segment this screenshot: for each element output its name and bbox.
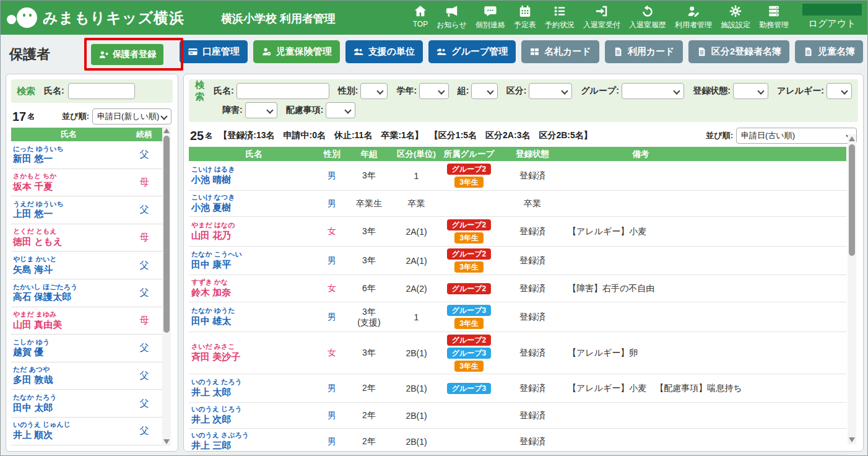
child-name: 小池 夏樹 <box>191 202 319 214</box>
guardian-name: 高石 保護太郎 <box>13 291 126 303</box>
nav-facility-settings[interactable]: 施設設定 <box>716 2 755 32</box>
child-kana: たなか ゆうた <box>191 307 319 315</box>
child-row[interactable]: すずき かな鈴木 加奈女6年2A(2)グループ2登録済【障害】右手の不自由 <box>189 275 846 302</box>
nav-reservation-status[interactable]: 予約状況 <box>540 2 579 32</box>
scroll-thumb[interactable] <box>849 144 855 256</box>
guardian-list-scrollbar[interactable] <box>162 126 171 446</box>
nav-top[interactable]: TOP <box>409 2 432 30</box>
grade-filter-select[interactable] <box>419 83 449 99</box>
guardian-relation: 父 <box>126 425 162 437</box>
nav-work-management[interactable]: 勤務管理 <box>755 2 793 32</box>
status-cell: 登録済 <box>498 348 566 359</box>
child-row[interactable]: いのうえ さぶろう井上 三郎男2年2B(1)登録済 <box>189 429 846 455</box>
usage-card-button[interactable]: 利用カード <box>605 40 683 63</box>
guardian-row[interactable]: さかもと ちか坂本 千夏母 <box>11 169 162 197</box>
child-row[interactable]: いのうえ じろう井上 次郎男2年2B(1)登録済 <box>189 403 846 429</box>
category2-roster-button[interactable]: 区分2登録者名簿 <box>688 40 789 63</box>
name-tag-card-button[interactable]: 名札カード <box>521 40 599 63</box>
guardian-kana: やじま かいと <box>13 255 126 264</box>
guardian-row[interactable]: やまだ まゆみ山田 真由美母 <box>11 307 162 335</box>
nav-entry-exit-history[interactable]: 入退室履歴 <box>625 2 671 32</box>
disability-filter-select[interactable] <box>245 102 277 118</box>
scroll-down-arrow[interactable] <box>849 437 855 442</box>
guardian-row[interactable]: いのうえ じゅんじ井上 順次父 <box>11 418 162 445</box>
guardian-row[interactable]: やじま かいと矢島 海斗父 <box>11 252 162 279</box>
scroll-up-arrow[interactable] <box>163 128 170 133</box>
group-management-button[interactable]: グループ管理 <box>428 40 516 63</box>
class-filter-select[interactable] <box>471 83 497 99</box>
children-roster-button[interactable]: 児童名簿 <box>795 40 863 63</box>
group-filter-select[interactable] <box>622 83 684 99</box>
group-badge[interactable]: グループ2 <box>447 335 492 346</box>
care-notes-filter-select[interactable] <box>326 102 355 118</box>
child-kana: いのうえ じろう <box>191 405 319 414</box>
category-cell: 2A(1) <box>393 227 440 237</box>
guardian-register-button[interactable]: 保護者登録 <box>91 44 163 65</box>
logout-button[interactable]: ログアウト <box>798 2 866 31</box>
support-unit-button[interactable]: 支援の単位 <box>345 40 423 63</box>
child-name-search-input[interactable] <box>237 83 329 99</box>
children-sort-select[interactable]: 申請日(古い順) <box>736 128 857 144</box>
scroll-up-arrow[interactable] <box>849 136 855 141</box>
sex-cell: 男 <box>319 170 345 182</box>
grade-cell: 2年 <box>345 383 393 393</box>
calendar-icon <box>518 4 532 19</box>
group-badge[interactable]: グループ3 <box>447 305 492 316</box>
child-insurance-button[interactable]: 児童保険管理 <box>253 40 340 63</box>
child-row[interactable]: こいけ なつき小池 夏樹男卒業生卒業卒業 <box>189 191 846 217</box>
group-badge[interactable]: グループ3 <box>447 383 492 394</box>
group-badge[interactable]: 3年生 <box>454 261 484 273</box>
nav-user-management[interactable]: 利用者管理 <box>671 2 716 32</box>
group-badge[interactable]: グループ2 <box>447 248 492 260</box>
children-table-scrollbar[interactable] <box>848 134 856 444</box>
groups-cell: グループ2グループ33年生 <box>440 333 498 373</box>
guardian-name: 坂本 千夏 <box>13 181 126 193</box>
guardian-row[interactable]: とくだ ともえ徳田 ともえ母 <box>11 224 162 252</box>
nav-individual-contact[interactable]: 個別連絡 <box>471 2 510 32</box>
group-badge[interactable]: 3年生 <box>454 361 484 372</box>
child-row[interactable]: やまだ はなの山田 花乃女3年2A(1)グループ23年生登録済【アレルギー】小麦 <box>189 217 846 247</box>
scroll-down-arrow[interactable] <box>163 439 170 444</box>
global-nav: TOP お知らせ 個別連絡 予定表 予約状況 入退室受付 <box>409 2 866 32</box>
bank-account-button[interactable]: 口座管理 <box>180 40 248 63</box>
category-filter-select[interactable] <box>529 83 572 99</box>
child-name-cell: たなか ゆうた田中 雄太 <box>189 307 319 327</box>
group-badge[interactable]: グループ2 <box>447 283 492 294</box>
child-row[interactable]: いのうえ たろう井上 太郎男2年2B(1)グループ3登録済【アレルギー】小麦 【… <box>189 374 846 403</box>
sex-cell: 男 <box>319 436 345 447</box>
nav-schedule[interactable]: 予定表 <box>510 2 540 32</box>
guardian-name-search-input[interactable] <box>68 83 135 99</box>
group-badge[interactable]: 3年生 <box>454 177 484 188</box>
user-edit-icon <box>687 4 700 19</box>
groups-cell <box>440 203 498 205</box>
registration-status-filter-select[interactable] <box>733 83 768 99</box>
nav-news[interactable]: お知らせ <box>432 2 471 32</box>
nav-entry-exit-reception[interactable]: 入退室受付 <box>579 2 625 32</box>
app-logo[interactable]: みまもりキッズ横浜 <box>7 6 184 30</box>
guardian-relation: 母 <box>126 315 162 327</box>
guardian-relation: 父 <box>126 370 162 382</box>
guardian-row[interactable]: にった ゆういち新田 悠一父 <box>11 141 162 169</box>
guardian-row[interactable]: たかいし ほごたろう高石 保護太郎父 <box>11 279 162 307</box>
guardian-search-label: 検索 <box>17 86 35 97</box>
group-badge[interactable]: 3年生 <box>454 318 484 329</box>
guardian-row[interactable]: うえだ ゆういち上田 悠一父 <box>11 196 162 224</box>
child-row[interactable]: たなか こうへい田中 康平男3年2A(1)グループ23年生登録済 <box>189 247 846 275</box>
app-window: みまもりキッズ横浜 横浜小学校 利用者管理 TOP お知らせ 個別連絡 予定表 <box>0 0 868 456</box>
allergy-filter-select[interactable] <box>827 83 852 99</box>
scroll-thumb[interactable] <box>163 136 170 333</box>
sex-filter-select[interactable] <box>360 83 388 99</box>
group-badge[interactable]: グループ2 <box>447 164 492 175</box>
group-badge[interactable]: グループ3 <box>447 348 492 359</box>
guardian-sort-select[interactable]: 申請日(新しい順) <box>92 108 171 125</box>
guardian-row[interactable]: こしか ゆう越賀 優父 <box>11 335 162 362</box>
children-count: 25 <box>190 129 204 143</box>
group-badge[interactable]: グループ2 <box>447 219 492 230</box>
child-row[interactable]: たなか ゆうた田中 雄太男3年(支援)1グループ33年生登録済 <box>189 302 846 332</box>
child-row[interactable]: さいだ みさこ斉田 美沙子女3年2B(1)グループ2グループ33年生登録済【アレ… <box>189 332 846 374</box>
guardian-row[interactable]: ただ あつや多田 敦哉父 <box>11 362 162 390</box>
child-row[interactable]: こいけ はるき小池 晴樹男3年1グループ23年生登録済 <box>189 161 846 191</box>
guardian-row[interactable]: たなか たろう田中 太郎父 <box>11 390 162 418</box>
guardian-name: 井上 順次 <box>13 429 126 441</box>
group-badge[interactable]: 3年生 <box>454 232 484 243</box>
